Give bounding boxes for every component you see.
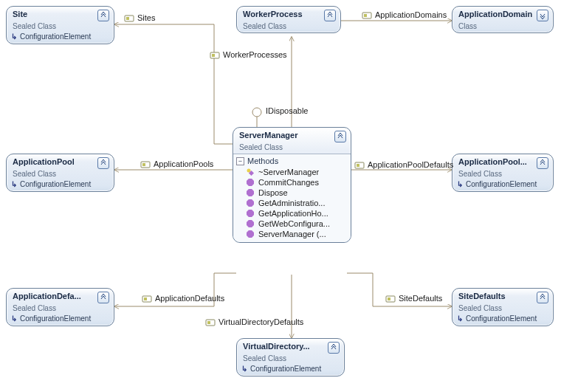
inherit-arrow-icon: ↳ [241, 365, 247, 373]
svg-rect-20 [142, 296, 151, 302]
method-item[interactable]: ~ServerManager [236, 167, 348, 177]
property-icon [140, 159, 151, 170]
svg-rect-13 [212, 54, 215, 57]
class-stereotype: Sealed Class [458, 170, 548, 178]
property-icon [354, 160, 365, 171]
inherit-arrow-icon: ↳ [11, 180, 17, 188]
svg-rect-21 [144, 298, 147, 300]
class-title: WorkerProcess [243, 10, 321, 18]
svg-rect-23 [388, 298, 390, 300]
svg-rect-15 [364, 14, 367, 17]
collapse-icon[interactable] [97, 292, 109, 303]
collapse-icon[interactable] [97, 157, 109, 169]
svg-rect-25 [207, 321, 210, 324]
base-type: ↳ ConfigurationElement [452, 314, 553, 326]
svg-rect-16 [141, 162, 150, 168]
inherit-arrow-icon: ↳ [11, 32, 17, 41]
method-icon [247, 230, 254, 238]
method-item[interactable]: GetWebConfigura... [236, 219, 348, 229]
property-icon [210, 50, 220, 61]
svg-point-1 [252, 108, 261, 117]
method-item[interactable]: GetAdministratio... [236, 198, 348, 208]
method-item[interactable]: Dispose [236, 188, 348, 198]
class-sitedefaults[interactable]: SiteDefaults Sealed Class ↳ Configuratio… [452, 288, 554, 326]
svg-rect-6 [247, 199, 254, 207]
class-stereotype: Sealed Class [458, 304, 548, 312]
base-type: ↳ ConfigurationElement [7, 32, 114, 44]
base-type: ↳ ConfigurationElement [452, 180, 553, 191]
class-virtualdirectorydefaults[interactable]: VirtualDirectory... Sealed Class ↳ Confi… [236, 338, 345, 376]
class-stereotype: Sealed Class [13, 170, 109, 178]
property-icon [385, 294, 396, 304]
inherit-arrow-icon: ↳ [11, 314, 17, 323]
class-stereotype: Sealed Class [13, 22, 109, 30]
base-type: ↳ ConfigurationElement [7, 180, 114, 191]
class-servermanager[interactable]: ServerManager Sealed Class − Methods ~Se… [233, 127, 351, 243]
method-item[interactable]: CommitChanges [236, 177, 348, 188]
svg-rect-7 [247, 210, 254, 217]
relation-workerprocesses: WorkerProcesses [223, 50, 287, 59]
relation-sites: Sites [137, 13, 155, 22]
svg-rect-14 [362, 13, 371, 18]
method-icon [247, 220, 254, 227]
method-item[interactable]: ServerManager (... [236, 229, 348, 239]
method-icon [247, 210, 254, 217]
collapse-icon[interactable] [324, 10, 336, 21]
property-icon [124, 13, 134, 24]
expand-icon[interactable] [537, 10, 548, 21]
class-title: ServerManager [239, 131, 331, 140]
method-name: GetAdministratio... [258, 199, 325, 207]
method-icon [247, 199, 254, 207]
base-type: ↳ ConfigurationElement [237, 365, 344, 376]
class-title: VirtualDirectory... [243, 342, 325, 351]
relation-applicationdomains: ApplicationDomains [375, 10, 447, 19]
class-stereotype: Sealed Class [239, 143, 346, 151]
class-site[interactable]: Site Sealed Class ↳ ConfigurationElement [6, 6, 114, 44]
section-label: Methods [247, 157, 278, 165]
svg-rect-24 [206, 320, 215, 326]
method-name: CommitChanges [258, 178, 319, 187]
svg-rect-11 [126, 17, 129, 20]
relation-sitedefaults: SiteDefaults [399, 294, 442, 303]
class-title: ApplicationDefa... [13, 292, 94, 300]
section-collapse-icon[interactable]: − [236, 157, 244, 165]
svg-rect-5 [247, 189, 254, 196]
interface-label: IDisposable [266, 106, 308, 115]
class-applicationpool[interactable]: ApplicationPool Sealed Class ↳ Configura… [6, 154, 114, 192]
class-title: ApplicationDomain [458, 10, 534, 18]
svg-rect-19 [357, 164, 359, 167]
svg-rect-4 [247, 179, 254, 186]
collapse-icon[interactable] [334, 131, 346, 142]
class-stereotype: Sealed Class [13, 304, 109, 312]
method-item[interactable]: GetApplicationHo... [236, 208, 348, 219]
class-stereotype: Class [458, 22, 548, 30]
methods-section: − Methods ~ServerManagerCommitChangesDis… [233, 154, 351, 242]
class-workerprocess[interactable]: WorkerProcess Sealed Class [236, 6, 341, 33]
svg-rect-9 [247, 230, 254, 238]
relation-applicationpools: ApplicationPools [154, 159, 213, 168]
class-title: SiteDefaults [458, 292, 534, 300]
class-stereotype: Sealed Class [243, 22, 336, 30]
collapse-icon[interactable] [328, 342, 340, 354]
svg-rect-17 [142, 163, 145, 166]
method-icon [247, 179, 254, 186]
inherit-arrow-icon: ↳ [457, 180, 463, 188]
svg-rect-10 [125, 16, 134, 21]
class-applicationpooldefaults[interactable]: ApplicationPool... Sealed Class ↳ Config… [452, 154, 554, 192]
svg-rect-22 [386, 296, 395, 302]
method-name: GetApplicationHo... [258, 209, 328, 218]
property-icon [362, 10, 372, 21]
destructor-icon [247, 168, 254, 176]
class-stereotype: Sealed Class [243, 354, 340, 362]
class-title: Site [13, 10, 94, 18]
class-applicationdefaults[interactable]: ApplicationDefa... Sealed Class ↳ Config… [6, 288, 114, 326]
svg-rect-12 [210, 52, 219, 58]
collapse-icon[interactable] [537, 157, 548, 169]
method-name: Dispose [258, 188, 288, 197]
collapse-icon[interactable] [97, 10, 109, 21]
collapse-icon[interactable] [537, 292, 548, 303]
svg-rect-18 [355, 162, 364, 168]
class-applicationdomain[interactable]: ApplicationDomain Class [452, 6, 554, 33]
relation-applicationdefaults: ApplicationDefaults [155, 294, 224, 303]
inherit-arrow-icon: ↳ [457, 314, 463, 323]
